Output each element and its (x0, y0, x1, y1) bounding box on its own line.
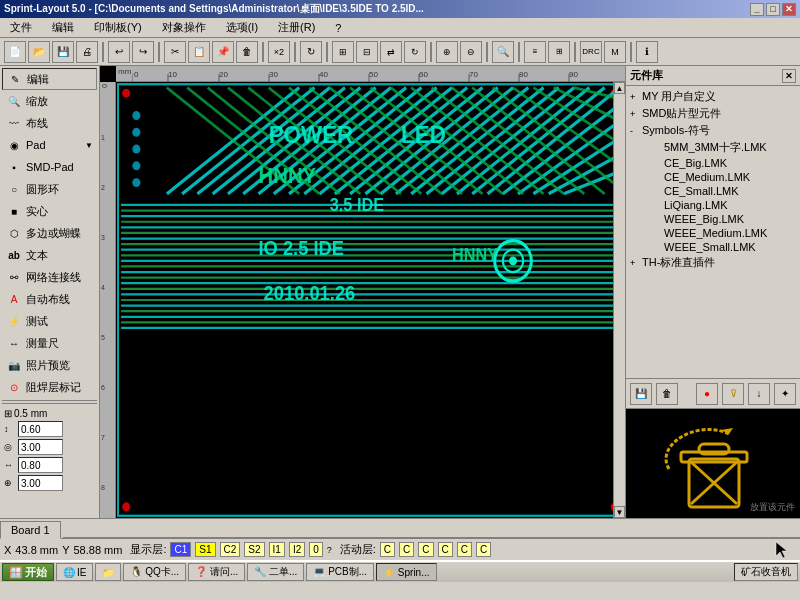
scroll-down[interactable]: ▼ (614, 506, 625, 518)
save-button[interactable]: 💾 (52, 41, 74, 63)
active-c2[interactable]: C (399, 542, 414, 557)
tool-wire[interactable]: 〰 布线 (2, 112, 97, 134)
tool-zoom[interactable]: 🔍 缩放 (2, 90, 97, 112)
taskbar-pcb[interactable]: 💻 PCB制... (306, 563, 374, 581)
yellow-dot-button[interactable]: ⊽ (722, 383, 744, 405)
scrollbar-v[interactable]: ▲ ▼ (613, 82, 625, 518)
scroll-up[interactable]: ▲ (614, 82, 625, 94)
net-c1[interactable]: C1 (170, 542, 191, 557)
menu-file[interactable]: 文件 (4, 18, 38, 37)
drc2-button[interactable]: M (604, 41, 626, 63)
open-button[interactable]: 📂 (28, 41, 50, 63)
minimize-button[interactable]: _ (750, 3, 764, 16)
menu-options[interactable]: 选项(I) (220, 18, 264, 37)
tree-item-smd[interactable]: + SMD贴片型元件 (628, 105, 798, 122)
net-i1[interactable]: I1 (269, 542, 285, 557)
maximize-button[interactable]: □ (766, 3, 780, 16)
zoomin-button[interactable]: ⊕ (436, 41, 458, 63)
active-c3[interactable]: C (418, 542, 433, 557)
rotate-button[interactable]: ↻ (404, 41, 426, 63)
library-close-button[interactable]: ✕ (782, 69, 796, 83)
zoomout-button[interactable]: ⊖ (460, 41, 482, 63)
menu-print[interactable]: 印制板(Y) (88, 18, 148, 37)
undo-button[interactable]: ↩ (108, 41, 130, 63)
taskbar-ie[interactable]: 🌐 IE (56, 563, 93, 581)
taskbar-2nd[interactable]: 🔧 二单... (247, 563, 304, 581)
net-i2[interactable]: I2 (289, 542, 305, 557)
library-save-button[interactable]: 💾 (630, 383, 652, 405)
star-button[interactable]: ✦ (774, 383, 796, 405)
menu-object[interactable]: 对象操作 (156, 18, 212, 37)
taskbar-qq[interactable]: 🐧 QQ卡... (123, 563, 186, 581)
info-button[interactable]: ℹ (636, 41, 658, 63)
active-c6[interactable]: C (476, 542, 491, 557)
redo-button[interactable]: ↪ (132, 41, 154, 63)
copy-button[interactable]: 📋 (188, 41, 210, 63)
size-input-4[interactable] (18, 475, 63, 491)
x2-button[interactable]: ×2 (268, 41, 290, 63)
tree-item-weeebig[interactable]: WEEE_Big.LMK (628, 212, 798, 226)
active-c4[interactable]: C (438, 542, 453, 557)
library-delete-button[interactable]: 🗑 (656, 383, 678, 405)
tree-item-weeemedium[interactable]: WEEE_Medium.LMK (628, 226, 798, 240)
net-0[interactable]: 0 (309, 542, 323, 557)
menu-register[interactable]: 注册(R) (272, 18, 321, 37)
tree-item-liqiang[interactable]: LiQiang.LMK (628, 198, 798, 212)
tree-item-5mm[interactable]: 5MM_3MM十字.LMK (628, 139, 798, 156)
component-tree[interactable]: + MY 用户自定义 + SMD贴片型元件 - Symbols-符号 5MM_3… (626, 86, 800, 378)
tree-item-my[interactable]: + MY 用户自定义 (628, 88, 798, 105)
active-c5[interactable]: C (457, 542, 472, 557)
menu-edit[interactable]: 编辑 (46, 18, 80, 37)
active-c[interactable]: C (380, 542, 395, 557)
red-dot-button[interactable]: ● (696, 383, 718, 405)
taskbar-sprint[interactable]: ⚡ Sprin... (376, 563, 436, 581)
tree-item-cesmall[interactable]: CE_Small.LMK (628, 184, 798, 198)
size-input-1[interactable] (18, 421, 63, 437)
tree-item-symbols[interactable]: - Symbols-符号 (628, 122, 798, 139)
tool-smd[interactable]: ▪ SMD-Pad (2, 156, 97, 178)
delete-button[interactable]: 🗑 (236, 41, 258, 63)
tool-measure[interactable]: ↔ 测量尺 (2, 332, 97, 354)
tree-item-cemedium[interactable]: CE_Medium.LMK (628, 170, 798, 184)
refresh-button[interactable]: ↻ (300, 41, 322, 63)
net-s2[interactable]: S2 (244, 542, 264, 557)
start-button[interactable]: 🪟 开始 (2, 563, 54, 581)
pcb-design[interactable]: POWER LED HNNY 3.5 IDE IO 2.5 IDE 2010.0… (116, 82, 625, 518)
layers2-button[interactable]: ⊞ (548, 41, 570, 63)
ungroup-button[interactable]: ⊟ (356, 41, 378, 63)
print-button[interactable]: 🖨 (76, 41, 98, 63)
tool-route[interactable]: A 自动布线 (2, 288, 97, 310)
net-c2[interactable]: C2 (220, 542, 241, 557)
tool-net[interactable]: ⚯ 网络连接线 (2, 266, 97, 288)
layers-button[interactable]: ≡ (524, 41, 546, 63)
tool-circle[interactable]: ○ 圆形环 (2, 178, 97, 200)
tab-board1[interactable]: Board 1 (0, 521, 61, 539)
tool-fill[interactable]: ■ 实心 (2, 200, 97, 222)
tree-item-th[interactable]: + TH-标准直插件 (628, 254, 798, 271)
mirror-button[interactable]: ⇄ (380, 41, 402, 63)
tool-text[interactable]: ab 文本 (2, 244, 97, 266)
size-input-3[interactable] (18, 457, 63, 473)
taskbar-folder[interactable]: 📁 (95, 563, 121, 581)
paste-button[interactable]: 📌 (212, 41, 234, 63)
cut-button[interactable]: ✂ (164, 41, 186, 63)
group-button[interactable]: ⊞ (332, 41, 354, 63)
size-input-2[interactable] (18, 439, 63, 455)
tool-test[interactable]: ⚡ 测试 (2, 310, 97, 332)
tool-edit[interactable]: ✎ 编辑 (2, 68, 97, 90)
drc-button[interactable]: DRC (580, 41, 602, 63)
arrow-down-button[interactable]: ↓ (748, 383, 770, 405)
tree-item-cebig[interactable]: CE_Big.LMK (628, 156, 798, 170)
tool-poly[interactable]: ⬡ 多边或蝴蝶 (2, 222, 97, 244)
find-button[interactable]: 🔍 (492, 41, 514, 63)
close-button[interactable]: ✕ (782, 3, 796, 16)
tool-pad[interactable]: ◉ Pad ▼ (2, 134, 97, 156)
menu-help[interactable]: ? (329, 20, 347, 36)
new-button[interactable]: 📄 (4, 41, 26, 63)
net-s1[interactable]: S1 (195, 542, 215, 557)
tool-solder[interactable]: ⊙ 阻焊层标记 (2, 376, 97, 398)
help-icon[interactable]: ? (327, 545, 332, 555)
canvas-area[interactable]: mm 0 10 20 30 40 50 60 70 80 90 (100, 66, 625, 518)
tool-photo[interactable]: 📷 照片预览 (2, 354, 97, 376)
taskbar-ask[interactable]: ❓ 请问... (188, 563, 245, 581)
